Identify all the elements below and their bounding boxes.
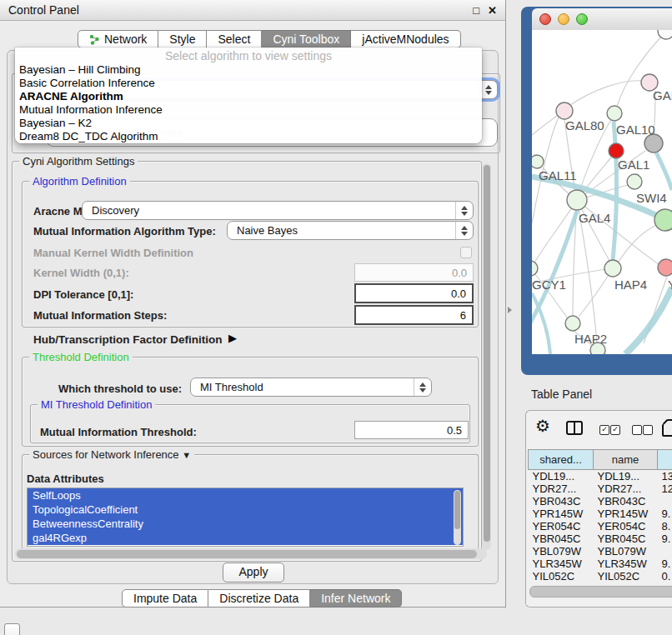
- combo-arrows-icon: [414, 378, 431, 396]
- tab-cyni-toolbox[interactable]: Cyni Toolbox: [262, 30, 351, 48]
- column-header-name[interactable]: name: [594, 450, 658, 470]
- column-header-partial[interactable]: [658, 450, 672, 470]
- expand-arrow-icon[interactable]: ▶: [228, 332, 237, 344]
- node[interactable]: [607, 106, 622, 121]
- settings-vscrollbar[interactable]: [482, 163, 491, 550]
- mi-type-combobox[interactable]: Naive Bayes: [227, 221, 474, 240]
- node-label: GCY1: [532, 278, 566, 292]
- table-panel: ⚙ ✓ ✓ shared... name YDL19...YDL19...13 …: [525, 410, 672, 608]
- minimize-traffic-light-icon[interactable]: [558, 13, 569, 25]
- tab-network[interactable]: Network: [78, 30, 158, 48]
- algorithm-option[interactable]: Bayesian – Hill Climbing: [15, 63, 482, 77]
- network-icon: [89, 34, 100, 45]
- unchecked-checkbox-icon[interactable]: [643, 425, 653, 435]
- split-columns-icon[interactable]: [566, 421, 583, 435]
- node[interactable]: [556, 102, 573, 119]
- attribute-item[interactable]: BetweennessCentrality: [28, 517, 463, 531]
- list-scrollbar[interactable]: [454, 490, 461, 545]
- network-edges-thick: [532, 122, 672, 354]
- node-label: GAL: [653, 88, 672, 102]
- network-canvas[interactable]: GAL80 GAL GAL10 GAL1 GAL11 GAL4 SWI4 GCY…: [532, 30, 672, 354]
- close-traffic-light-icon[interactable]: [539, 13, 551, 25]
- node[interactable]: [627, 174, 642, 189]
- group-title: Threshold Definition: [29, 351, 133, 363]
- node[interactable]: [532, 261, 538, 276]
- apply-button[interactable]: Apply: [223, 562, 284, 582]
- node[interactable]: [565, 316, 580, 331]
- attribute-item[interactable]: SelfLoops: [28, 488, 463, 502]
- group-title: Cyni Algorithm Settings: [19, 155, 138, 168]
- close-window-icon[interactable]: ✕: [488, 5, 497, 16]
- table-row[interactable]: YDL19...YDL19...13: [529, 470, 672, 483]
- table-row[interactable]: YLR345WYLR345W9.: [529, 558, 672, 570]
- algorithm-option-selected[interactable]: ARACNE Algorithm: [15, 90, 482, 103]
- algorithm-option[interactable]: Bayesian – K2: [15, 117, 482, 130]
- algorithm-option[interactable]: Dream8 DC_TDC Algorithm: [15, 130, 482, 143]
- dpi-tolerance-field[interactable]: 0.0: [354, 283, 474, 303]
- attribute-item[interactable]: gal4RGexp: [28, 531, 463, 545]
- table-row[interactable]: YDR27...YDR27...12: [529, 482, 672, 495]
- tab-discretize-data[interactable]: Discretize Data: [208, 589, 310, 608]
- table-row[interactable]: YIL052CYIL052C0.: [529, 570, 672, 582]
- kernel-width-field[interactable]: 0.0: [354, 263, 474, 282]
- network-graph: GAL80 GAL GAL10 GAL1 GAL11 GAL4 SWI4 GCY…: [532, 30, 672, 354]
- checked-checkbox-icon[interactable]: ✓: [610, 425, 620, 435]
- node[interactable]: [644, 134, 663, 152]
- combo-arrows-icon: [455, 202, 473, 219]
- gear-icon[interactable]: ⚙: [535, 416, 550, 436]
- node-label: GAL80: [565, 118, 604, 132]
- collapse-arrow-icon[interactable]: ▼: [182, 450, 191, 460]
- node-label: SWI4: [636, 191, 667, 205]
- node[interactable]: [658, 259, 672, 276]
- tab-impute-data[interactable]: Impute Data: [122, 589, 208, 608]
- node-label: GAL11: [539, 168, 577, 182]
- node[interactable]: [532, 155, 544, 168]
- panel-corner-button[interactable]: [4, 623, 20, 635]
- mi-steps-label: Mutual Information Steps:: [33, 309, 167, 322]
- tab-select[interactable]: Select: [207, 30, 262, 48]
- node[interactable]: [609, 143, 624, 158]
- table-row[interactable]: YPR145WYPR145W9.: [529, 508, 672, 520]
- table-row[interactable]: YER054CYER054C8.: [529, 520, 672, 532]
- mi-threshold-label: Mutual Information Threshold:: [40, 426, 197, 438]
- algorithm-option[interactable]: Basic Correlation Inference: [15, 77, 482, 90]
- zoom-traffic-light-icon[interactable]: [576, 13, 588, 25]
- control-panel-tabbar: Network Style Select Cyni Toolbox jActiv…: [78, 30, 461, 48]
- tab-infer-network[interactable]: Infer Network: [310, 589, 402, 608]
- mi-steps-field[interactable]: 6: [354, 305, 474, 325]
- checked-checkbox-icon[interactable]: ✓: [599, 425, 609, 435]
- tab-jactivemnodules[interactable]: jActiveMNodules: [351, 30, 460, 48]
- table-row[interactable]: YBR045CYBR045C9.: [529, 532, 672, 545]
- manual-kernel-label: Manual Kernel Width Definition: [33, 247, 193, 259]
- hub-definition-label: Hub/Transcription Factor Definition: [33, 333, 223, 346]
- group-title: Sources for Network Inference ▼: [29, 448, 194, 461]
- new-table-icon[interactable]: [662, 419, 672, 437]
- manual-kernel-checkbox[interactable]: [460, 247, 472, 258]
- control-panel-titlebar[interactable]: Control Panel □ ✕: [0, 0, 505, 21]
- node-label: GAL1: [618, 158, 649, 172]
- dpi-tolerance-label: DPI Tolerance [0,1]:: [33, 288, 133, 301]
- tab-style[interactable]: Style: [158, 30, 207, 48]
- control-panel-title: Control Panel: [8, 3, 79, 17]
- aracne-mode-combobox[interactable]: Discovery: [82, 201, 474, 220]
- mi-threshold-field[interactable]: 0.5: [354, 421, 469, 439]
- table-row[interactable]: YBL079WYBL079W: [529, 545, 672, 558]
- unchecked-checkbox-icon[interactable]: [632, 425, 642, 435]
- data-attributes-heading: Data Attributes: [27, 472, 104, 485]
- settings-hscrollbar[interactable]: [15, 548, 487, 559]
- node[interactable]: [654, 209, 672, 231]
- column-header-shared[interactable]: shared...: [529, 450, 594, 470]
- algorithm-option[interactable]: Mutual Information Inference: [15, 103, 482, 117]
- float-window-icon[interactable]: □: [473, 5, 479, 16]
- table-row[interactable]: YBR043CYBR043C: [529, 495, 672, 508]
- panel-splitter-handle[interactable]: [508, 307, 512, 313]
- which-threshold-combobox[interactable]: MI Threshold: [190, 378, 432, 397]
- bottom-tabbar: Impute Data Discretize Data Infer Networ…: [122, 589, 402, 608]
- node[interactable]: [567, 190, 587, 210]
- node[interactable]: [604, 260, 621, 277]
- network-view-titlebar[interactable]: [532, 8, 672, 30]
- group-title: MI Threshold Definition: [38, 398, 155, 411]
- table-hscrollbar[interactable]: [529, 586, 672, 598]
- attribute-item[interactable]: TopologicalCoefficient: [28, 502, 463, 517]
- which-threshold-label: Which threshold to use:: [58, 382, 182, 395]
